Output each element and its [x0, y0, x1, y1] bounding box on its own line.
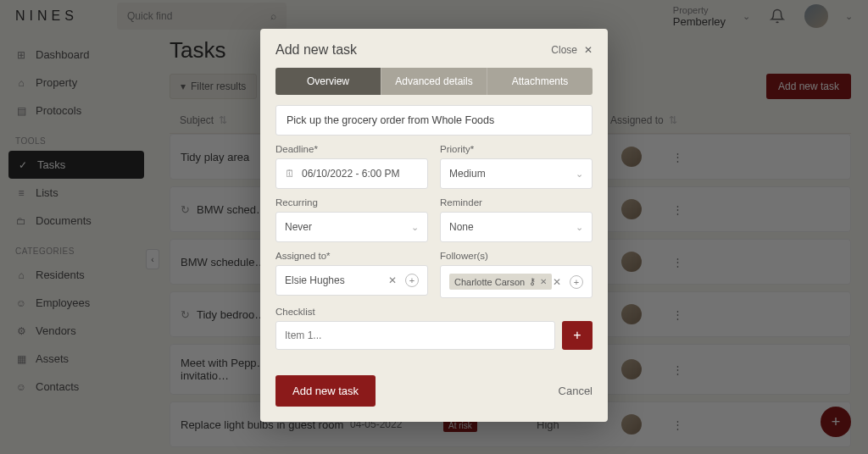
- followers-input[interactable]: Charlotte Carson⚷✕✕+: [440, 265, 593, 298]
- priority-value: Medium: [449, 168, 486, 180]
- checklist-label: Checklist: [275, 307, 593, 317]
- followers-label: Follower(s): [440, 251, 593, 261]
- chip-label: Charlotte Carson: [454, 277, 525, 287]
- recurring-value: Never: [285, 221, 312, 233]
- reminder-select[interactable]: None⌄: [440, 212, 593, 242]
- clear-icon[interactable]: ✕: [388, 274, 397, 286]
- add-icon[interactable]: +: [570, 275, 583, 289]
- deadline-input[interactable]: 🗓06/10/2022 - 6:00 PM: [275, 158, 428, 189]
- close-button[interactable]: Close✕: [551, 44, 593, 56]
- chevron-down-icon: ⌄: [576, 169, 583, 180]
- assigned-label: Assigned to*: [275, 251, 428, 261]
- chevron-down-icon: ⌄: [411, 222, 419, 233]
- priority-select[interactable]: Medium⌄: [440, 158, 593, 189]
- tab-overview[interactable]: Overview: [275, 68, 381, 95]
- modal-title: Add new task: [275, 42, 357, 58]
- reminder-value: None: [449, 221, 474, 233]
- tab-advanced[interactable]: Advanced details: [381, 68, 487, 95]
- chevron-down-icon: ⌄: [576, 222, 583, 233]
- close-icon: ✕: [584, 44, 593, 56]
- clear-icon[interactable]: ✕: [553, 276, 561, 288]
- tab-attachments[interactable]: Attachments: [487, 68, 593, 95]
- priority-label: Priority*: [440, 144, 593, 154]
- add-task-modal: Add new task Close✕ Overview Advanced de…: [260, 29, 608, 422]
- reminder-label: Reminder: [440, 197, 593, 208]
- checklist-item-input[interactable]: [275, 321, 555, 350]
- deadline-label: Deadline*: [275, 144, 428, 154]
- modal-overlay: Add new task Close✕ Overview Advanced de…: [0, 0, 868, 454]
- chip-remove-icon[interactable]: ✕: [540, 277, 547, 286]
- assigned-value: Elsie Hughes: [285, 274, 345, 286]
- follower-chip: Charlotte Carson⚷✕: [449, 274, 552, 290]
- checklist-add-button[interactable]: +: [562, 321, 593, 350]
- link-icon: ⚷: [529, 276, 536, 287]
- task-title-input[interactable]: [275, 105, 593, 136]
- deadline-value: 06/10/2022 - 6:00 PM: [302, 168, 399, 180]
- recurring-select[interactable]: Never⌄: [275, 212, 428, 242]
- recurring-label: Recurring: [275, 197, 428, 208]
- calendar-icon: 🗓: [285, 168, 295, 180]
- close-label: Close: [551, 44, 577, 56]
- cancel-button[interactable]: Cancel: [559, 385, 593, 397]
- submit-button[interactable]: Add new task: [275, 375, 376, 407]
- add-icon[interactable]: +: [405, 274, 419, 287]
- assigned-input[interactable]: Elsie Hughes✕+: [275, 265, 428, 296]
